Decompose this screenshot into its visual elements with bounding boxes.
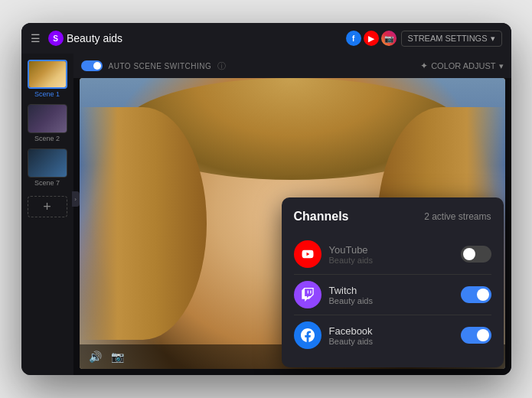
chevron-down-icon-color: ▾ <box>499 61 504 71</box>
twitch-channel-name: Twitch <box>329 285 453 296</box>
active-streams-badge: 2 active streams <box>424 211 491 222</box>
facebook-channel-name: Facebook <box>329 325 453 337</box>
youtube-channel-subtext: Beauty aids <box>329 256 453 265</box>
volume-icon[interactable]: 🔊 <box>89 351 102 363</box>
facebook-channel-subtext: Beauty aids <box>329 337 453 346</box>
channels-title: Channels <box>294 210 349 223</box>
sidebar-expand-handle[interactable]: › <box>72 191 80 207</box>
auto-scene-info-icon: ⓘ <box>217 60 226 72</box>
facebook-channel-icon <box>294 321 321 349</box>
stream-settings-label: STREAM SETTINGS <box>408 34 488 43</box>
twitch-toggle[interactable] <box>461 286 491 303</box>
twitch-channel-icon <box>294 281 321 308</box>
streamlabs-logo: S <box>48 31 64 46</box>
stream-settings-button[interactable]: STREAM SETTINGS ▾ <box>401 31 502 47</box>
scene-1-thumb[interactable] <box>28 60 67 89</box>
channel-item-facebook: Facebook Beauty aids <box>294 315 491 355</box>
scene-2-thumb[interactable] <box>28 104 67 133</box>
twitch-channel-subtext: Beauty aids <box>329 296 453 305</box>
platform-icons: f ▶ 📷 <box>346 31 397 46</box>
sidebar: Scene 1 Scene 2 Scene 7 + <box>21 54 73 375</box>
app-window: ☰ S Beauty aids f ▶ 📷 STREAM SETTINGS ▾ … <box>21 23 511 375</box>
preview-toolbar: AUTO SCENE SWITCHING ⓘ ✦ COLOR ADJUST ▾ <box>73 54 511 78</box>
top-bar: ☰ S Beauty aids f ▶ 📷 STREAM SETTINGS ▾ <box>21 23 511 54</box>
color-adjust-label: COLOR ADJUST <box>431 61 495 70</box>
chevron-down-icon: ▾ <box>491 34 495 44</box>
chevron-right-icon: › <box>74 196 77 203</box>
auto-scene-toggle[interactable] <box>81 60 103 71</box>
facebook-platform-icon[interactable]: f <box>346 31 361 46</box>
facebook-channel-info: Facebook Beauty aids <box>329 325 453 346</box>
facebook-toggle[interactable] <box>461 327 491 344</box>
youtube-channel-info: YouTube Beauty aids <box>329 244 453 265</box>
color-adjust-icon: ✦ <box>420 60 428 71</box>
instagram-platform-icon[interactable]: 📷 <box>381 31 397 46</box>
youtube-toggle[interactable] <box>461 246 491 263</box>
auto-scene-label: AUTO SCENE SWITCHING <box>109 62 212 70</box>
plus-icon: + <box>43 199 51 215</box>
scene-3-label: Scene 7 <box>28 179 67 187</box>
youtube-channel-name: YouTube <box>329 244 453 256</box>
app-title: Beauty aids <box>67 32 346 44</box>
channels-header: Channels 2 active streams <box>294 210 491 223</box>
menu-icon[interactable]: ☰ <box>31 32 41 44</box>
camera-icon[interactable]: 📷 <box>111 351 124 363</box>
channel-item-youtube: YouTube Beauty aids <box>294 234 491 275</box>
top-bar-right: f ▶ 📷 STREAM SETTINGS ▾ <box>346 31 502 47</box>
scene-2-label: Scene 2 <box>28 135 67 142</box>
color-adjust-button[interactable]: ✦ COLOR ADJUST ▾ <box>420 60 503 71</box>
channel-item-twitch: Twitch Beauty aids <box>294 275 491 315</box>
channels-popup: Channels 2 active streams YouTube Beauty… <box>282 197 504 367</box>
youtube-channel-icon <box>294 240 321 268</box>
scene-3-thumb[interactable] <box>28 148 67 178</box>
hair-left <box>80 107 207 340</box>
scene-1-label: Scene 1 <box>28 90 67 98</box>
twitch-channel-info: Twitch Beauty aids <box>329 285 453 305</box>
youtube-platform-icon[interactable]: ▶ <box>364 31 379 46</box>
add-scene-button[interactable]: + <box>28 196 67 217</box>
